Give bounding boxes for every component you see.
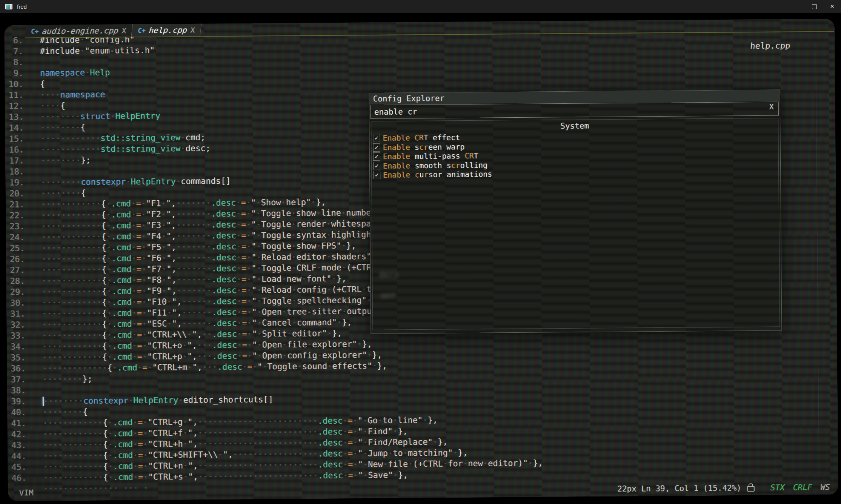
code-token: " — [252, 329, 257, 338]
whitespace-dots: ··· — [197, 340, 212, 350]
whitespace-dots: ······ — [182, 307, 212, 317]
whitespace-dots: · — [256, 230, 261, 240]
code-token: " — [188, 461, 193, 470]
whitespace-dots: · — [108, 418, 112, 427]
checkbox-checked-icon[interactable]: ✓ — [373, 152, 380, 161]
line-number: 43. — [8, 439, 26, 450]
code-token: shaders" — [331, 252, 371, 261]
line-number: 12. — [5, 100, 24, 111]
whitespace-dots: · — [143, 429, 148, 438]
code-token: mode — [321, 263, 341, 272]
whitespace-dots: · — [281, 198, 286, 207]
line-number: 27. — [6, 264, 25, 275]
code-token: constexpr — [81, 177, 126, 187]
whitespace-dots: · — [183, 428, 188, 438]
whitespace-dots: · — [112, 363, 117, 372]
line-content: ········{ — [24, 187, 86, 199]
whitespace-dots: · — [106, 221, 111, 230]
line-content: #include·"enum-utils.h" — [23, 45, 155, 57]
minimize-button[interactable]: ─ — [788, 0, 806, 13]
config-search-input[interactable]: enable cr — [371, 102, 779, 119]
whitespace-dots: · — [403, 448, 408, 458]
code-token: "F7 — [146, 264, 161, 274]
whitespace-dots: · — [180, 144, 185, 153]
whitespace-dots: ············ — [41, 232, 101, 242]
whitespace-dots: · — [316, 241, 321, 250]
code-token: = — [242, 307, 247, 317]
whitespace-dots: · — [183, 472, 188, 481]
tab-close-icon[interactable]: X — [190, 26, 195, 34]
code-token: line" — [398, 415, 423, 425]
whitespace-dots: · — [161, 242, 166, 252]
whitespace-dots: ············ — [42, 298, 102, 307]
whitespace-dots: · — [256, 252, 261, 262]
code-token: , — [172, 264, 177, 274]
checkbox-checked-icon[interactable]: ✓ — [373, 171, 380, 179]
code-token: }, — [332, 329, 342, 338]
whitespace-dots: · — [132, 330, 137, 340]
line-number: 40. — [7, 407, 26, 418]
code-token: .cmd — [112, 286, 132, 296]
code-token: Jump — [368, 449, 388, 458]
code-token: { — [101, 210, 106, 220]
checkbox-checked-icon[interactable]: ✓ — [373, 143, 380, 152]
line-content: ········constexpr·HelpEntry·editor_short… — [26, 394, 274, 407]
whitespace-dots: · — [143, 450, 148, 460]
code-token: " — [166, 220, 171, 230]
code-token: " — [223, 450, 228, 459]
whitespace-dots: · — [178, 395, 183, 405]
tab-help-cpp[interactable]: C+help.cppX — [131, 24, 202, 37]
whitespace-dots: ············ — [42, 341, 102, 351]
code-token: editor_shortcuts[] — [183, 395, 274, 405]
close-button[interactable]: × — [823, 0, 841, 13]
whitespace-dots: · — [107, 330, 112, 340]
code-token: = — [348, 438, 353, 447]
line-number: 13. — [5, 111, 24, 122]
whitespace-dots: · — [297, 361, 302, 371]
code-token: , — [193, 461, 198, 470]
whitespace-dots: ························ — [198, 471, 318, 481]
whitespace-dots: · — [393, 416, 398, 425]
code-token: = — [137, 254, 141, 263]
whitespace-dots: · — [167, 308, 172, 317]
whitespace-dots: · — [343, 471, 348, 480]
code-token: = — [348, 470, 353, 480]
maximize-button[interactable] — [806, 0, 823, 13]
code-token: = — [348, 449, 353, 458]
whitespace-dots: · — [218, 450, 223, 459]
code-token: matching" — [408, 448, 453, 458]
tab-audio-engine-cpp[interactable]: C+audio-engine.cppX — [25, 24, 132, 37]
checkbox-checked-icon[interactable]: ✓ — [373, 134, 380, 142]
cpp-file-icon: C+ — [137, 26, 146, 34]
code-token: HelpEntry — [115, 111, 160, 121]
code-token: { — [80, 123, 85, 132]
whitespace-dots: · — [85, 68, 90, 77]
whitespace-dots: · — [247, 340, 252, 350]
whitespace-dots: · — [301, 274, 306, 283]
whitespace-dots: ········ — [42, 374, 82, 384]
tab-close-icon[interactable]: X — [121, 26, 127, 35]
whitespace-dots: · — [167, 319, 172, 328]
popup-close-button[interactable]: X — [769, 102, 774, 111]
code-token: , — [193, 472, 198, 481]
line-content — [23, 57, 40, 68]
whitespace-dots: · — [317, 350, 322, 360]
code-token: = — [241, 209, 246, 218]
code-token: , — [172, 275, 177, 284]
whitespace-dots: · — [106, 232, 111, 241]
line-number: 45. — [8, 461, 26, 472]
whitespace-dots: ············ — [42, 254, 101, 264]
status-bar-right: 22px Ln 39, Col 1 (15.42%) STXCRLFWS — [617, 483, 830, 493]
whitespace-dots: ········ — [43, 407, 83, 417]
whitespace-dots: ············ — [42, 287, 102, 297]
line-content: ········{ — [24, 122, 85, 133]
code-token: }, — [342, 317, 352, 327]
code-token: .cmd — [111, 232, 131, 241]
code-token: Help — [90, 68, 110, 77]
code-token: (+CTRL — [332, 284, 362, 294]
whitespace-dots: · — [326, 230, 331, 240]
code-token: , — [197, 363, 202, 372]
code-token: " — [251, 198, 256, 207]
whitespace-dots: · — [363, 459, 368, 469]
checkbox-checked-icon[interactable]: ✓ — [373, 162, 380, 170]
